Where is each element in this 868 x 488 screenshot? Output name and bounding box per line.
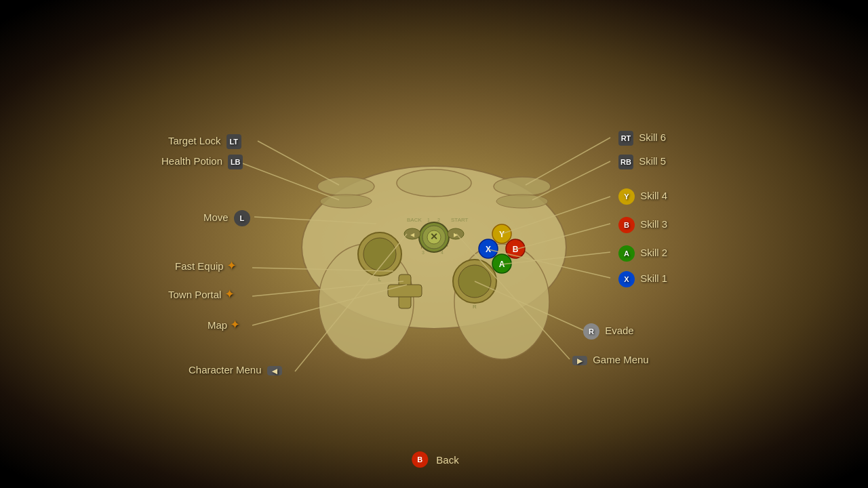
svg-line-43 [252, 281, 403, 296]
svg-point-2 [454, 244, 549, 359]
rt-badge: RT [618, 131, 633, 146]
svg-line-48 [502, 197, 610, 234]
svg-line-39 [258, 141, 339, 185]
svg-text:✕: ✕ [430, 231, 438, 242]
y-badge: Y [618, 188, 635, 205]
evade-label: R Evade [580, 323, 634, 340]
svg-point-23 [419, 222, 449, 252]
back-b-badge: B [412, 451, 428, 468]
target-lock-label: Target Lock LT [168, 134, 244, 149]
svg-point-11 [453, 260, 496, 303]
health-potion-label: Health Potion LB [161, 155, 245, 169]
skill-2-label: A Skill 2 [616, 245, 667, 262]
map-badge: ✦ [230, 318, 240, 331]
bottom-back: B Back [409, 451, 458, 468]
svg-point-3 [397, 169, 471, 197]
skill-2-text: Skill 2 [640, 247, 667, 258]
svg-point-15 [492, 224, 511, 243]
svg-point-4 [317, 177, 374, 196]
svg-point-21 [479, 239, 498, 258]
svg-line-45 [295, 234, 407, 371]
svg-text:R: R [473, 304, 477, 310]
svg-line-51 [488, 249, 610, 278]
skill-6-text: Skill 6 [639, 131, 666, 143]
svg-line-47 [532, 161, 610, 200]
lt-badge: LT [226, 134, 241, 149]
svg-text:◀: ◀ [410, 232, 415, 238]
target-lock-text: Target Lock [168, 135, 221, 146]
svg-text:2: 2 [437, 218, 440, 222]
game-menu-text: Game Menu [593, 354, 649, 365]
skill-5-text: Skill 5 [639, 155, 666, 167]
svg-line-41 [254, 217, 376, 224]
back-text: Back [436, 454, 458, 466]
character-menu-badge: ◀ [267, 366, 282, 375]
skill-3-text: Skill 3 [640, 218, 667, 230]
town-portal-text: Town Portal [168, 289, 221, 300]
svg-text:1: 1 [427, 218, 430, 222]
map-text: Map [208, 319, 227, 331]
svg-line-49 [515, 224, 610, 249]
fast-equip-text: Fast Equip [175, 260, 224, 272]
svg-point-5 [494, 177, 551, 196]
skill-4-text: Skill 4 [640, 190, 667, 201]
svg-text:microsoft: microsoft [420, 240, 450, 250]
skill-6-label: RT Skill 6 [616, 131, 666, 146]
svg-point-19 [492, 254, 511, 273]
svg-point-24 [422, 226, 446, 249]
content: microsoft Y B A X [0, 0, 868, 488]
svg-line-44 [252, 285, 407, 325]
svg-point-25 [427, 230, 441, 244]
health-potion-text: Health Potion [161, 155, 222, 167]
b-badge: B [618, 217, 635, 233]
skill-4-label: Y Skill 4 [616, 188, 667, 205]
svg-rect-13 [399, 274, 411, 308]
svg-text:B: B [513, 245, 519, 254]
skill-3-label: B Skill 3 [616, 217, 667, 233]
a-badge: A [618, 245, 635, 262]
fast-equip-badge: ✦ [226, 259, 237, 272]
evade-text: Evade [605, 325, 634, 336]
skill-1-label: X Skill 1 [616, 271, 667, 287]
svg-text:START: START [451, 217, 469, 223]
svg-text:4: 4 [441, 250, 443, 255]
svg-text:▶: ▶ [454, 232, 458, 238]
svg-text:L: L [378, 277, 382, 283]
svg-line-46 [526, 138, 610, 185]
map-label: Map ✦ [208, 319, 240, 331]
svg-point-29 [448, 228, 464, 239]
svg-line-40 [241, 163, 339, 200]
svg-point-12 [458, 265, 491, 298]
svg-point-1 [319, 244, 414, 359]
town-portal-badge: ✦ [224, 287, 235, 301]
svg-point-6 [320, 195, 372, 208]
rb-badge: RB [618, 155, 633, 169]
svg-text:Y: Y [499, 230, 505, 239]
move-label: Move L [203, 210, 253, 226]
svg-text:3: 3 [422, 250, 425, 255]
game-menu-badge: ▶ [572, 356, 587, 365]
r-badge: R [583, 323, 599, 340]
svg-point-7 [496, 195, 548, 208]
svg-line-50 [502, 252, 610, 264]
svg-point-27 [404, 228, 420, 239]
svg-point-10 [363, 238, 396, 270]
l-badge: L [234, 210, 250, 226]
move-text: Move [203, 211, 229, 223]
skill-1-text: Skill 1 [640, 272, 667, 284]
lb-badge: LB [228, 155, 243, 169]
x-badge: X [618, 271, 635, 287]
town-portal-label: Town Portal ✦ [168, 288, 235, 300]
game-menu-label: ▶ Game Menu [570, 354, 649, 365]
skill-5-label: RB Skill 5 [616, 155, 666, 169]
svg-text:X: X [486, 245, 491, 254]
svg-point-9 [358, 232, 401, 276]
svg-rect-14 [388, 285, 422, 297]
svg-line-52 [475, 281, 583, 330]
character-menu-text: Character Menu [189, 364, 262, 375]
svg-text:BACK: BACK [407, 217, 422, 223]
svg-point-17 [506, 239, 525, 258]
svg-line-53 [456, 234, 570, 359]
fast-equip-label: Fast Equip ✦ [175, 260, 237, 272]
character-menu-label: Character Menu ◀ [189, 364, 285, 375]
